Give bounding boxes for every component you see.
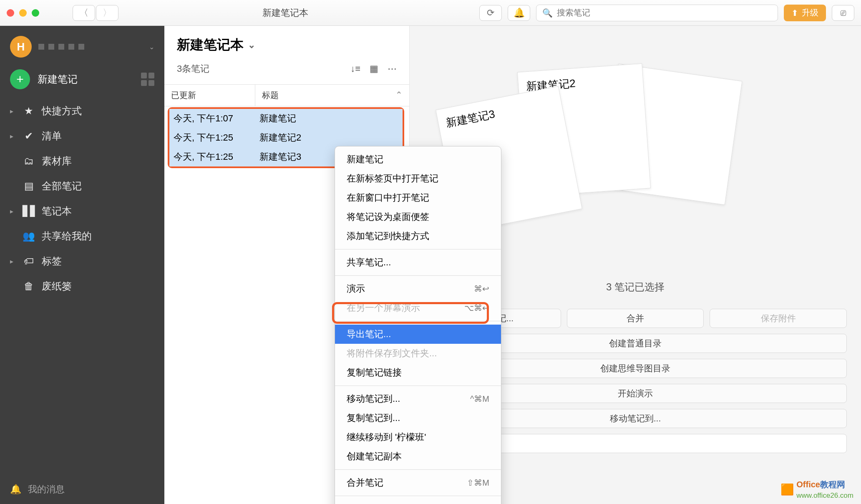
sidebar-item-shortcuts[interactable]: ▸★快捷方式	[0, 98, 164, 123]
star-icon: ★	[23, 105, 35, 117]
search-input[interactable]	[557, 8, 772, 18]
ctx-share[interactable]: 共享笔记...	[335, 253, 501, 272]
notebook-icon: ▋▋	[23, 205, 35, 217]
ctx-save-attach: 将附件保存到文件夹...	[335, 344, 501, 363]
sidebar-footer-messages[interactable]: 🔔 我的消息	[0, 475, 164, 504]
minimize-window-icon[interactable]	[19, 9, 27, 17]
sidebar-item-label: 共享给我的	[42, 229, 92, 243]
notifications-button[interactable]: 🔔	[508, 5, 530, 21]
shortcut: ⌥⌘↩	[464, 303, 489, 313]
watermark-url: www.office26.com	[796, 491, 853, 499]
account-dots	[38, 44, 84, 50]
search-field[interactable]: 🔍	[536, 5, 778, 21]
sidebar-item-label: 笔记本	[42, 204, 72, 218]
ctx-copy-to[interactable]: 复制笔记到...	[335, 408, 501, 428]
chevron-down-icon[interactable]: ⌄	[149, 43, 154, 51]
ctx-new-note[interactable]: 新建笔记	[335, 150, 501, 169]
menu-separator	[335, 496, 501, 496]
sidebar-item-shared[interactable]: 👥共享给我的	[0, 224, 164, 249]
sidebar-item-label: 清单	[42, 129, 62, 143]
sidebar-item-allnotes[interactable]: ▤全部笔记	[0, 174, 164, 199]
row-title: 新建笔记2	[259, 131, 398, 144]
sync-button[interactable]: ⟳	[479, 5, 502, 21]
col-title-label: 标题	[262, 90, 279, 101]
menu-separator	[335, 275, 501, 276]
ctx-present[interactable]: 演示⌘↩	[335, 279, 501, 298]
sidebar-item-notebooks[interactable]: ▸▋▋笔记本	[0, 199, 164, 224]
menu-label: 移动笔记到...	[347, 393, 400, 405]
shortcut: ^⌘M	[470, 394, 489, 404]
widgets-icon[interactable]	[141, 73, 154, 86]
trash-icon: 🗑	[23, 280, 35, 292]
shortcut: ⌘↩	[474, 284, 489, 294]
window-title: 新建笔记本	[262, 7, 308, 19]
new-note-button[interactable]: + 新建笔记	[0, 65, 164, 98]
col-title[interactable]: 标题⌃	[255, 85, 409, 106]
sort-icon[interactable]: ↓≡	[350, 63, 360, 74]
ctx-desktop-sticky[interactable]: 将笔记设为桌面便签	[335, 207, 501, 227]
col-updated[interactable]: 已更新	[164, 85, 255, 106]
sidebar-item-library[interactable]: 🗂素材库	[0, 149, 164, 174]
sidebar-item-label: 废纸篓	[42, 280, 72, 293]
chevron-down-icon: ⌄	[248, 40, 255, 50]
ctx-open-tab[interactable]: 在新标签页中打开笔记	[335, 169, 501, 188]
ctx-move[interactable]: 移动笔记到...^⌘M	[335, 389, 501, 408]
sidebar-item-tags[interactable]: ▸🏷标签	[0, 249, 164, 274]
menu-separator	[335, 321, 501, 321]
menu-separator	[335, 469, 501, 470]
menu-label: 在另一个屏幕演示	[347, 302, 420, 314]
watermark-brand1: Office	[796, 480, 820, 489]
merge-button[interactable]: 合并	[567, 309, 704, 328]
ctx-duplicate[interactable]: 创建笔记副本	[335, 447, 501, 466]
row-updated: 今天, 下午1:07	[174, 112, 259, 125]
context-menu: 新建笔记 在新标签页中打开笔记 在新窗口中打开笔记 将笔记设为桌面便签 添加笔记…	[335, 146, 501, 504]
avatar[interactable]: H	[10, 36, 32, 58]
office-logo-icon: 🟧	[780, 483, 794, 496]
notebook-title-label: 新建笔记本	[177, 36, 244, 54]
folder-icon: 🗂	[23, 155, 35, 167]
upgrade-button[interactable]: ⬆ 升级	[784, 5, 826, 21]
note-count: 3条笔记	[177, 63, 209, 75]
sidebar-item-label: 素材库	[42, 154, 72, 168]
fullscreen-window-icon[interactable]	[32, 9, 39, 17]
panel-button[interactable]: ⎚	[832, 5, 854, 21]
note-row[interactable]: 今天, 下午1:25新建笔记2	[169, 128, 403, 147]
sidebar-item-trash[interactable]: 🗑废纸篓	[0, 274, 164, 299]
ctx-add-shortcut[interactable]: 添加笔记到快捷方式	[335, 227, 501, 246]
sidebar: H ⌄ + 新建笔记 ▸★快捷方式 ▸✔清单 🗂素材库 ▤全部笔记 ▸▋▋笔记本…	[0, 26, 164, 504]
new-note-label: 新建笔记	[38, 73, 78, 86]
ctx-continue-move[interactable]: 继续移动到 '柠檬班'	[335, 428, 501, 447]
note-row[interactable]: 今天, 下午1:07新建笔记	[169, 109, 403, 128]
notebook-title[interactable]: 新建笔记本 ⌄	[177, 36, 397, 54]
watermark: 🟧 Office教程网 www.office26.com	[780, 479, 853, 500]
save-attachments-button[interactable]: 保存附件	[710, 309, 847, 328]
more-icon[interactable]: ⋯	[388, 63, 397, 74]
menu-label: 合并笔记	[347, 476, 383, 489]
row-updated: 今天, 下午1:25	[174, 151, 259, 163]
close-window-icon[interactable]	[7, 9, 14, 17]
ctx-export[interactable]: 导出笔记...	[335, 325, 501, 344]
shortcut: ⇧⌘M	[467, 478, 489, 488]
sidebar-item-checklist[interactable]: ▸✔清单	[0, 123, 164, 149]
tag-icon: 🏷	[23, 255, 35, 267]
check-icon: ✔	[23, 130, 35, 142]
nav-back-button[interactable]: 〈	[73, 5, 95, 21]
list-column-headers: 已更新 标题⌃	[164, 84, 409, 106]
ctx-copy-link[interactable]: 复制笔记链接	[335, 363, 501, 382]
menu-separator	[335, 386, 501, 386]
search-icon: 🔍	[542, 8, 553, 18]
ctx-delete[interactable]: 删除笔记	[335, 499, 501, 504]
watermark-brand2: 教程网	[820, 480, 845, 489]
notes-icon: ▤	[23, 180, 35, 192]
sidebar-item-label: 全部笔记	[42, 179, 82, 193]
nav-forward-button[interactable]: 〉	[96, 5, 118, 21]
ctx-open-window[interactable]: 在新窗口中打开笔记	[335, 188, 501, 207]
view-icon[interactable]: ▦	[370, 63, 378, 74]
people-icon: 👥	[23, 230, 35, 242]
row-updated: 今天, 下午1:25	[174, 131, 259, 144]
upgrade-label: 升级	[802, 7, 818, 18]
ctx-merge[interactable]: 合并笔记⇧⌘M	[335, 473, 501, 492]
title-bar: 〈 〉 新建笔记本 ⟳ 🔔 🔍 ⬆ 升级 ⎚	[0, 0, 861, 26]
sidebar-item-label: 快捷方式	[42, 104, 82, 118]
messages-label: 我的消息	[28, 483, 65, 496]
